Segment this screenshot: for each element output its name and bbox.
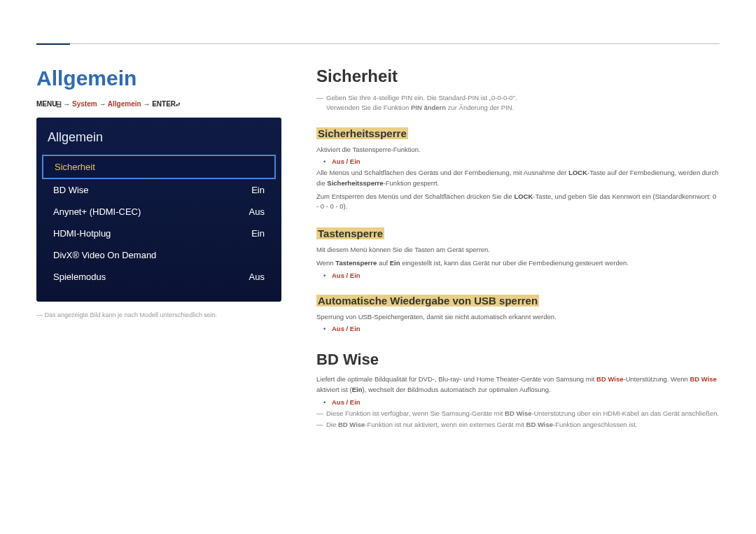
bd-p1b2: BD Wise xyxy=(690,375,716,383)
osd-value: Ein xyxy=(251,185,265,195)
bc-allgemein: Allgemein xyxy=(108,100,141,108)
note-pin: Geben Sie Ihre 4-stellige PIN ein. Die S… xyxy=(316,93,720,113)
note-pin-l2b: zur Änderung der PIN. xyxy=(446,104,514,111)
osd-item-sicherheit[interactable]: Sicherheit xyxy=(42,155,276,179)
left-column: Allgemein MENU⌸ → System → Allgemein → E… xyxy=(36,66,281,431)
osd-label: HDMI-Hotplug xyxy=(53,228,111,239)
bd-n2c: -Funktion angeschlossen ist. xyxy=(553,421,637,428)
bd-p1b1: BD Wise xyxy=(596,375,623,383)
note-pin-l2a: Verwenden Sie die Funktion xyxy=(326,104,411,111)
heading-sicherheit: Sicherheit xyxy=(316,66,720,86)
ts-p2c: eingestellt ist, kann das Gerät nur über… xyxy=(400,259,629,267)
ss-p2: Alle Menüs und Schaltflächen des Geräts … xyxy=(316,168,720,188)
bc-menu: MENU xyxy=(36,100,57,108)
osd-value: Ein xyxy=(251,228,265,239)
ts-opt: Aus / Ein xyxy=(316,272,720,279)
bc-arrow2: → xyxy=(99,100,106,108)
bd-n1c: -Unterstützung über ein HDMI-Kabel an da… xyxy=(532,409,720,417)
ts-p2b1: Tastensperre xyxy=(335,259,377,267)
heading-usb: Automatische Wiedergabe von USB sperren xyxy=(316,295,539,307)
ss-p2-lock: LOCK xyxy=(568,169,587,176)
osd-item-divx[interactable]: DivX® Video On Demand xyxy=(36,244,281,266)
osd-item-bdwise[interactable]: BD Wise Ein xyxy=(36,179,281,201)
osd-item-hdmi[interactable]: HDMI-Hotplug Ein xyxy=(36,223,281,244)
right-column: Sicherheit Geben Sie Ihre 4-stellige PIN… xyxy=(316,66,720,431)
bd-p1: Liefert die optimale Bildqualität für DV… xyxy=(316,374,720,395)
osd-label: Anynet+ (HDMI-CEC) xyxy=(53,206,141,217)
heading-tastensperre: Tastensperre xyxy=(316,227,384,239)
heading-sicherheitssperre: Sicherheitssperre xyxy=(316,127,408,139)
osd-label: BD Wise xyxy=(53,185,89,195)
bd-note1: Diese Funktion ist verfügbar, wenn Sie S… xyxy=(316,409,720,419)
usb-opt: Aus / Ein xyxy=(316,325,720,332)
opt-aus-ein: Aus / Ein xyxy=(316,398,720,406)
osd-value: Aus xyxy=(249,206,265,217)
osd-value: Aus xyxy=(249,272,265,282)
bd-note2: Die BD Wise-Funktion ist nur aktiviert, … xyxy=(316,420,720,430)
ss-p3: Zum Entsperren des Menüs und der Schaltf… xyxy=(316,192,720,212)
opt-aus-ein: Aus / Ein xyxy=(316,272,720,279)
ts-p2a: Wenn xyxy=(316,259,335,267)
bd-n1b: BD Wise xyxy=(505,409,531,417)
bd-n2b: -Funktion ist nur aktiviert, wenn ein ex… xyxy=(365,421,526,428)
note-pin-line1: Geben Sie Ihre 4-stellige PIN ein. Die S… xyxy=(326,94,517,101)
opt-aus-ein: Aus / Ein xyxy=(316,157,720,165)
ss-p2c: -Funktion gesperrt. xyxy=(384,179,440,187)
ss-p2a: Alle Menüs und Schaltflächen des Geräts … xyxy=(316,169,568,176)
ts-p1: Mit diesem Menü können Sie die Tasten am… xyxy=(316,245,720,255)
bd-p1b3: Ein xyxy=(352,386,363,393)
ss-p3a: Zum Entsperren des Menüs und der Schaltf… xyxy=(316,192,514,200)
enter-icon: ⏎ xyxy=(176,100,180,108)
bd-p1b: -Unterstützung. Wenn xyxy=(624,375,690,383)
ss-opt: Aus / Ein xyxy=(316,157,720,165)
ts-p2b: auf xyxy=(377,259,390,267)
osd-panel: Allgemein Sicherheit BD Wise Ein Anynet+… xyxy=(36,118,281,302)
osd-item-spielemodus[interactable]: Spielemodus Aus xyxy=(36,266,281,288)
header-rule xyxy=(70,43,720,44)
bd-n1a: Diese Funktion ist verfügbar, wenn Sie S… xyxy=(326,409,505,417)
heading-bdwise: BD Wise xyxy=(316,351,720,369)
osd-label: Spielemodus xyxy=(53,272,106,282)
bd-n2b2: BD Wise xyxy=(526,421,553,428)
osd-label: Sicherheit xyxy=(55,162,95,172)
bd-n2b1: BD Wise xyxy=(338,421,365,428)
osd-item-anynet[interactable]: Anynet+ (HDMI-CEC) Aus xyxy=(36,201,281,223)
usb-p1: Sperrung von USB-Speichergeräten, damit … xyxy=(316,312,720,323)
ss-p1: Aktiviert die Tastensperre-Funktion. xyxy=(316,145,720,155)
ts-p2b2: Ein xyxy=(390,259,400,267)
ss-p3-lock: LOCK xyxy=(514,192,533,200)
bd-p1d: ), wechselt der Bildmodus automatisch zu… xyxy=(362,386,550,393)
osd-label: DivX® Video On Demand xyxy=(53,250,156,260)
page: Allgemein MENU⌸ → System → Allgemein → E… xyxy=(0,0,756,452)
osd-title: Allgemein xyxy=(36,125,281,155)
bd-n2a: Die xyxy=(326,421,338,428)
note-pin-bold: PIN ändern xyxy=(411,104,446,111)
bc-enter: ENTER xyxy=(152,100,176,108)
bc-arrow1: → xyxy=(63,100,70,108)
bd-p1c: aktiviert ist ( xyxy=(316,386,352,393)
osd-footnote: Das angezeigte Bild kann je nach Modell … xyxy=(36,311,281,318)
bc-arrow3: → xyxy=(143,100,150,108)
opt-aus-ein: Aus / Ein xyxy=(316,325,720,332)
header-accent xyxy=(36,43,70,45)
bd-opt: Aus / Ein xyxy=(316,398,720,406)
breadcrumb: MENU⌸ → System → Allgemein → ENTER⏎ xyxy=(36,100,281,108)
page-title: Allgemein xyxy=(36,66,281,90)
ts-p2: Wenn Tastensperre auf Ein eingestellt is… xyxy=(316,258,720,269)
ss-p2-bold: Sicherheitssperre xyxy=(327,179,383,187)
menu-icon: ⌸ xyxy=(57,100,61,108)
bc-system: System xyxy=(72,100,97,108)
bd-p1a: Liefert die optimale Bildqualität für DV… xyxy=(316,375,596,383)
